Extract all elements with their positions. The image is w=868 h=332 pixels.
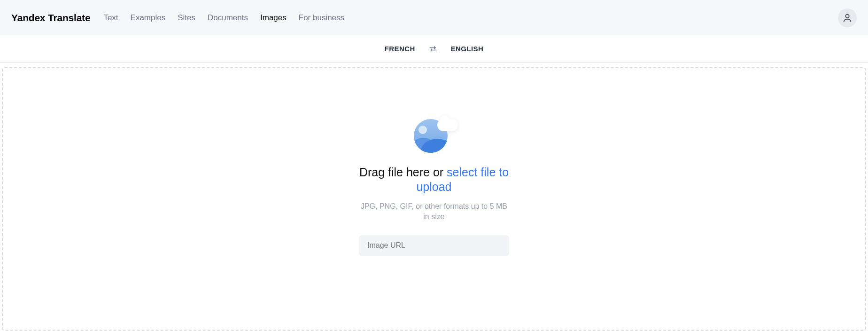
main-nav: Text Examples Sites Documents Images For… bbox=[103, 13, 344, 23]
file-dropzone[interactable]: Drag file here or select file to upload … bbox=[2, 67, 866, 331]
image-illustration-icon bbox=[413, 115, 455, 152]
dropzone-content: Drag file here or select file to upload … bbox=[359, 115, 509, 256]
nav-text[interactable]: Text bbox=[103, 13, 118, 23]
top-header: Yandex Translate Text Examples Sites Doc… bbox=[0, 0, 868, 35]
swap-icon bbox=[428, 44, 438, 54]
drop-title-prefix: Drag file here or bbox=[359, 166, 447, 179]
drop-subtitle: JPG, PNG, GIF, or other formats up to 5 … bbox=[359, 201, 509, 222]
drop-title: Drag file here or select file to upload bbox=[359, 165, 509, 195]
user-icon bbox=[842, 13, 852, 23]
target-language[interactable]: ENGLISH bbox=[451, 45, 483, 53]
header-left: Yandex Translate Text Examples Sites Doc… bbox=[11, 12, 344, 24]
language-bar: FRENCH ENGLISH bbox=[0, 35, 868, 63]
nav-images[interactable]: Images bbox=[260, 13, 287, 23]
nav-documents[interactable]: Documents bbox=[208, 13, 248, 23]
nav-examples[interactable]: Examples bbox=[131, 13, 166, 23]
account-button[interactable] bbox=[838, 8, 857, 27]
dropzone-container: Drag file here or select file to upload … bbox=[0, 63, 868, 331]
site-logo[interactable]: Yandex Translate bbox=[11, 12, 90, 24]
swap-languages-button[interactable] bbox=[428, 44, 438, 54]
source-language[interactable]: FRENCH bbox=[385, 45, 415, 53]
nav-for-business[interactable]: For business bbox=[299, 13, 344, 23]
svg-point-0 bbox=[845, 14, 849, 17]
nav-sites[interactable]: Sites bbox=[178, 13, 195, 23]
image-url-input[interactable] bbox=[359, 235, 509, 256]
